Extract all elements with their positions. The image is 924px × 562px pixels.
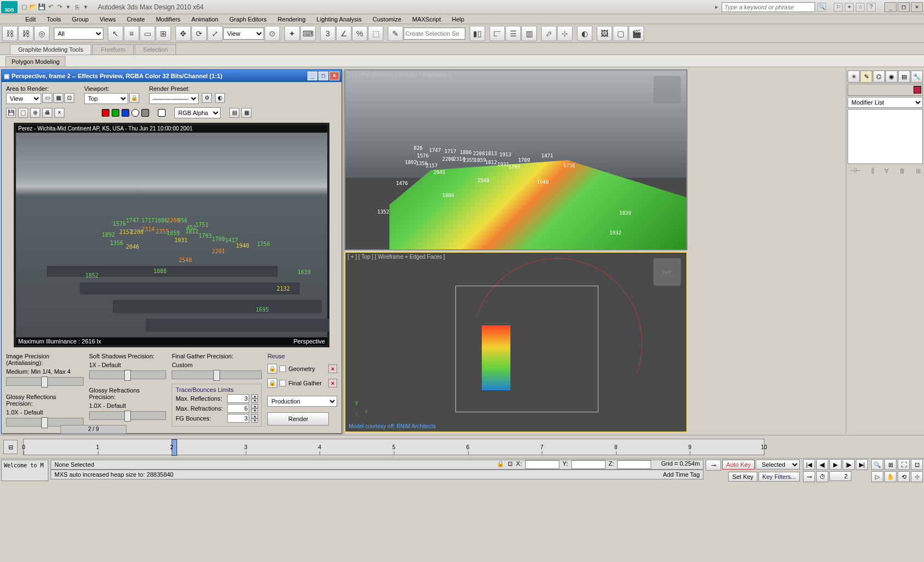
zoom-icon[interactable]: 🔍 (871, 459, 883, 470)
display-tab-icon[interactable]: ▤ (898, 70, 910, 83)
layers-icon[interactable]: ☰ (505, 26, 521, 41)
menu-lightinganalysis[interactable]: Lighting Analysis (311, 15, 367, 24)
motion-tab-icon[interactable]: ◉ (886, 70, 898, 83)
align-icon[interactable]: ⫍ (490, 26, 505, 41)
close-button[interactable]: × (911, 2, 923, 12)
viewport-top[interactable]: [ + ] [ Top ] [ Wireframe + Edged Faces … (344, 252, 688, 433)
render-close-icon[interactable]: × (329, 72, 339, 80)
menu-customize[interactable]: Customize (367, 15, 407, 24)
undo-icon[interactable]: ↶ (46, 3, 55, 12)
vp2-label[interactable]: [ + ] [ Top ] [ Wireframe + Edged Faces … (348, 254, 445, 260)
subscription-icon[interactable]: ✦ (845, 3, 854, 12)
tab-freeform[interactable]: Freeform (92, 44, 134, 54)
geometry-checkbox[interactable] (279, 365, 286, 372)
max-toggle-icon[interactable]: ⊹ (911, 471, 923, 482)
render-prod-icon[interactable]: 🎬 (629, 26, 644, 41)
snap-icon[interactable]: 3 (320, 26, 336, 41)
named-selection-icon[interactable]: ✎ (388, 26, 403, 41)
environment-shortcut-icon[interactable]: ◐ (215, 93, 225, 103)
app-logo[interactable]: 3DS (1, 1, 18, 13)
keymode-dropdown[interactable]: Selected (756, 460, 800, 470)
menu-rendering[interactable]: Rendering (272, 15, 311, 24)
tab-selection[interactable]: Selection (135, 44, 176, 54)
clone-window-icon[interactable]: ⊕ (30, 108, 40, 118)
bg-white-icon[interactable] (158, 109, 166, 117)
layer-manager-icon[interactable]: ▥ (521, 26, 537, 41)
red-channel-icon[interactable] (102, 109, 109, 117)
render-setup-shortcut-icon[interactable]: ⚙ (202, 93, 212, 103)
make-unique-icon[interactable]: ∀ (884, 167, 889, 174)
zoom-all-icon[interactable]: ⊞ (884, 459, 897, 470)
spin-down-icon[interactable]: ▼ (251, 408, 258, 413)
open-icon[interactable]: 📂 (29, 3, 37, 12)
fg-bounces-input[interactable] (227, 414, 249, 423)
channel-dropdown[interactable]: RGB Alpha (174, 107, 221, 118)
render-minimize-icon[interactable]: _ (307, 72, 317, 80)
render-setup-icon[interactable]: 🖼 (597, 26, 612, 41)
time-config-icon[interactable]: ⏱ (816, 471, 828, 482)
help-icon[interactable]: ? (867, 3, 876, 12)
spin-up-icon[interactable]: ▲ (251, 414, 258, 418)
spin-down-icon[interactable]: ▼ (251, 399, 258, 403)
menu-create[interactable]: Create (121, 15, 150, 24)
hierarchy-tab-icon[interactable]: ⌬ (873, 70, 885, 83)
menu-grapheditors[interactable]: Graph Editors (224, 15, 272, 24)
geometry-delete-icon[interactable]: × (328, 364, 337, 373)
reuse-fg-lock-icon[interactable]: 🔒 (267, 378, 277, 388)
current-frame-input[interactable] (829, 471, 851, 481)
isolate-icon[interactable]: ⊡ (508, 460, 513, 469)
render-frame-icon[interactable]: ▢ (613, 26, 628, 41)
move-icon[interactable]: ✥ (175, 26, 191, 41)
play-icon[interactable]: ▶ (829, 459, 842, 470)
timeline-config-icon[interactable]: ⊟ (3, 440, 18, 454)
production-dropdown[interactable]: Production (267, 396, 337, 407)
favorites-icon[interactable]: ☆ (856, 3, 865, 12)
minimize-button[interactable]: _ (884, 2, 897, 12)
keyfilters-button[interactable]: Key Filters... (758, 472, 800, 482)
viewport-perspective[interactable]: [ + ] [ Perspective ] [ Smooth + Highlig… (344, 69, 688, 250)
spinner-snap-icon[interactable]: ⬚ (368, 26, 383, 41)
selection-filter-dropdown[interactable]: All (54, 28, 103, 40)
utilities-tab-icon[interactable]: 🔧 (911, 70, 923, 83)
maximize-button[interactable]: □ (898, 2, 910, 12)
manipulate-icon[interactable]: ✦ (284, 26, 300, 41)
green-channel-icon[interactable] (112, 109, 119, 117)
modifier-stack-list[interactable] (848, 109, 923, 164)
create-tab-icon[interactable]: ✳ (848, 70, 860, 83)
named-selection-input[interactable] (404, 28, 465, 40)
script-listener[interactable]: Welcome to M (1, 460, 48, 481)
menu-maxscript[interactable]: MAXScript (407, 15, 447, 24)
toggle-overlay-icon[interactable]: ▤ (229, 108, 239, 118)
viewcube-icon[interactable] (653, 76, 681, 103)
orbit-icon[interactable]: ⟲ (898, 471, 910, 482)
goto-end-icon[interactable]: ▶| (856, 459, 868, 470)
configure-icon[interactable]: ⊞ (916, 167, 921, 174)
menu-tools[interactable]: Tools (41, 15, 67, 24)
lock-selection-icon[interactable]: 🔒 (497, 460, 504, 469)
time-ruler[interactable]: 012345678910 (23, 439, 765, 455)
blue-channel-icon[interactable] (122, 109, 129, 117)
save-icon[interactable]: 💾 (37, 3, 46, 12)
max-refr-input[interactable] (227, 404, 249, 413)
comm-center-icon[interactable]: ⚐ (834, 3, 843, 12)
show-end-icon[interactable]: ǁ (871, 167, 874, 174)
render-maximize-icon[interactable]: □ (318, 72, 328, 80)
image-precision-slider[interactable] (6, 377, 84, 386)
finalgather-checkbox[interactable] (279, 380, 286, 386)
ref-coord-dropdown[interactable]: View (223, 28, 264, 40)
angle-snap-icon[interactable]: ∠ (336, 26, 351, 41)
viewport-dropdown[interactable]: Top (84, 93, 128, 104)
finalgather-delete-icon[interactable]: × (328, 379, 337, 388)
menu-group[interactable]: Group (67, 15, 95, 24)
help-search-input[interactable] (722, 2, 815, 12)
modifier-list-dropdown[interactable]: Modifier List (848, 97, 923, 108)
area-edit-icon[interactable]: ▭ (42, 93, 52, 103)
unlink-tool-icon[interactable]: ⛓̸ (18, 26, 34, 41)
final-gather-slider[interactable] (172, 370, 262, 379)
menu-animation[interactable]: Animation (186, 15, 224, 24)
viewport-lock-icon[interactable]: 🔒 (129, 93, 139, 103)
percent-snap-icon[interactable]: % (352, 26, 367, 41)
preset-dropdown[interactable]: ------------------------- (149, 93, 199, 104)
copy-image-icon[interactable]: 📋 (18, 108, 28, 118)
rotate-icon[interactable]: ⟳ (191, 26, 207, 41)
